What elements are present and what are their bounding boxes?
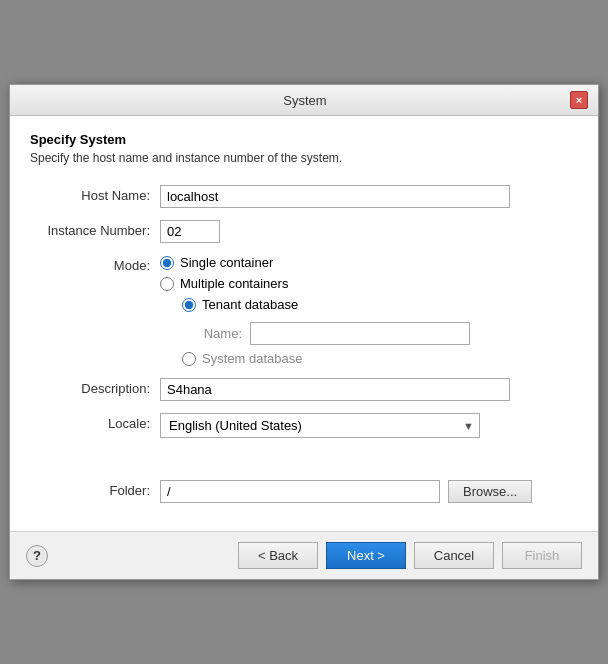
help-button[interactable]: ? [26,545,48,567]
system-database-radio[interactable] [182,352,196,366]
multiple-containers-radio[interactable] [160,277,174,291]
instance-number-label: Instance Number: [30,220,160,238]
footer-left: ? [26,545,48,567]
locale-label: Locale: [30,413,160,431]
description-row: Description: [30,378,578,401]
name-label: Name: [182,326,242,341]
title-bar: System × [10,85,598,116]
name-row: Name: [182,322,578,345]
mode-label: Mode: [30,255,160,273]
host-name-label: Host Name: [30,185,160,203]
mode-row: Mode: Single container Multiple containe… [30,255,578,366]
mode-options-wrap: Single container Multiple containers Ten… [160,255,578,366]
close-button[interactable]: × [570,91,588,109]
instance-number-row: Instance Number: [30,220,578,243]
section-description: Specify the host name and instance numbe… [30,151,578,165]
system-database-row: System database [182,351,578,366]
dialog-title: System [40,93,570,108]
mode-options: Single container Multiple containers Ten… [160,255,578,366]
section-title: Specify System [30,132,578,147]
multiple-containers-row: Multiple containers [160,276,578,291]
single-container-label[interactable]: Single container [180,255,273,270]
description-wrap [160,378,578,401]
dialog-footer: ? < Back Next > Cancel Finish [10,531,598,579]
folder-wrap: Browse... [160,480,578,503]
system-dialog: System × Specify System Specify the host… [9,84,599,580]
system-database-label[interactable]: System database [202,351,302,366]
browse-button[interactable]: Browse... [448,480,532,503]
folder-input[interactable] [160,480,440,503]
locale-select-wrap: English (United States) German (Germany)… [160,413,480,438]
host-name-row: Host Name: [30,185,578,208]
single-container-row: Single container [160,255,578,270]
tenant-database-radio[interactable] [182,298,196,312]
multiple-containers-label[interactable]: Multiple containers [180,276,288,291]
single-container-radio[interactable] [160,256,174,270]
description-label: Description: [30,378,160,396]
finish-button[interactable]: Finish [502,542,582,569]
folder-input-row: Browse... [160,480,578,503]
host-name-wrap [160,185,578,208]
host-name-input[interactable] [160,185,510,208]
back-button[interactable]: < Back [238,542,318,569]
next-button[interactable]: Next > [326,542,406,569]
description-input[interactable] [160,378,510,401]
locale-wrap: English (United States) German (Germany)… [160,413,578,438]
locale-row: Locale: English (United States) German (… [30,413,578,438]
tenant-database-row: Tenant database [182,297,578,312]
footer-right: < Back Next > Cancel Finish [238,542,582,569]
folder-label: Folder: [30,480,160,498]
instance-number-wrap [160,220,578,243]
instance-number-input[interactable] [160,220,220,243]
folder-row: Folder: Browse... [30,480,578,503]
locale-select[interactable]: English (United States) German (Germany)… [160,413,480,438]
tenant-database-label[interactable]: Tenant database [202,297,298,312]
sub-options: Tenant database Name: System database [182,297,578,366]
dialog-content: Specify System Specify the host name and… [10,116,598,531]
name-input[interactable] [250,322,470,345]
cancel-button[interactable]: Cancel [414,542,494,569]
